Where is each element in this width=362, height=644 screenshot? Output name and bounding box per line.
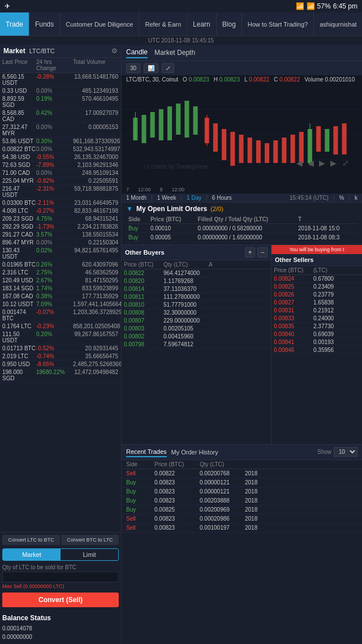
seller-row[interactable]: 0.008460.35956: [272, 346, 362, 354]
buyer-row[interactable]: 0.008030.00205105: [122, 325, 271, 333]
market-row[interactable]: 120.49 USD2.67%81.47150295: [0, 277, 121, 285]
market-row[interactable]: 0.950 USD-8.65%2,485,275.52683669: [0, 360, 121, 368]
market-row[interactable]: 0.33 USD0.00%485.12349193: [0, 87, 121, 95]
market-row[interactable]: 6,560.15 USDT-0.28%13,668.51481760: [0, 73, 121, 87]
nav-refer[interactable]: Refer & Earn: [139, 12, 187, 36]
max-sell-link[interactable]: Max Sell (0.00000000 LTC): [2, 583, 119, 589]
seller-row[interactable]: 0.008271.65838: [272, 299, 362, 307]
trades-section: Recent Trades My Order History Show 10 2…: [122, 444, 362, 644]
nav-howto[interactable]: How to Start Trading?: [242, 12, 314, 36]
seller-row[interactable]: 0.008352.37730: [272, 323, 362, 330]
signal-icon: 📶: [307, 2, 315, 10]
nav-cdd[interactable]: Customer Due Diligence: [60, 12, 139, 36]
fullscreen-btn[interactable]: ⤢: [162, 63, 174, 73]
nav-user[interactable]: ashiqurnishat: [314, 12, 362, 36]
nav-trade[interactable]: Trade: [0, 12, 29, 36]
market-row[interactable]: 0.01965 BTC0.26%620.43097096: [0, 261, 121, 269]
buyer-row[interactable]: 0.008201.11769268: [122, 277, 271, 285]
sellers-list: 0.008240.67800 0.008250.23409 0.008260.2…: [272, 275, 362, 354]
market-row[interactable]: 183.14 SGD1.74%833.59923899: [0, 285, 121, 293]
market-row[interactable]: 0.1764 LTC-0.23%858,201.02505408: [0, 323, 121, 330]
market-row[interactable]: 8,568.85 CAD0.42%17.00927079: [0, 109, 121, 123]
buyer-row[interactable]: 0.0080832.30000000: [122, 309, 271, 317]
tab-recent-trades[interactable]: Recent Trades: [126, 447, 167, 457]
market-row[interactable]: 0.00822 BTC0.00%532,943.53174997: [0, 145, 121, 153]
market-row[interactable]: 4.008 LTC-0.27%82,833.46167198: [0, 207, 121, 215]
svg-rect-6: [150, 112, 155, 138]
market-title: Market: [3, 47, 25, 55]
seller-row[interactable]: 0.008310.21912: [272, 307, 362, 315]
chart-type-btn[interactable]: 📊: [144, 63, 158, 73]
tab-market-depth[interactable]: Market Depth: [154, 48, 195, 58]
market-row[interactable]: 0.001474 BTC-0.07%1,203,306.37289296: [0, 308, 121, 323]
market-row[interactable]: 216.47 USDT-2.31%59,718.98881875: [0, 185, 121, 199]
orders-col-side: Side: [126, 215, 148, 224]
market-row[interactable]: 54.38 USD-0.55%26,135.32467000: [0, 153, 121, 161]
market-row[interactable]: 167.08 CAD0.38%177.73135929: [0, 293, 121, 300]
market-row[interactable]: 2.019 LTC-0.74%35.66656475: [0, 353, 121, 360]
market-row[interactable]: 225.04 MYR-0.82%0.22505591: [0, 177, 121, 185]
market-row[interactable]: 72.63 SGD-7.89%2,103.96291346: [0, 161, 121, 169]
limit-tab[interactable]: Limit: [61, 549, 118, 560]
seller-row[interactable]: 0.008400.69039: [272, 330, 362, 338]
tab-candle[interactable]: Candle: [126, 47, 148, 58]
market-row[interactable]: 111.50 USDT0.20%99,267.86167557: [0, 330, 121, 345]
market-row[interactable]: 27,312.47 MYR0.00%0.00005153: [0, 123, 121, 138]
show-select[interactable]: 10 25 50: [334, 447, 357, 457]
period-1week[interactable]: 1 Week: [157, 195, 176, 201]
nav-learn[interactable]: Learn: [187, 12, 217, 36]
market-row[interactable]: 2.316 LTC2.75%46.58362509: [0, 269, 121, 277]
market-row[interactable]: 71.00 CAD0.00%248.95109134: [0, 169, 121, 177]
convert-ltc-to-btc-btn[interactable]: Convert LTC to BTC: [2, 535, 60, 545]
market-row[interactable]: 10.12 USDT7.09%1,597,441.14056648: [0, 300, 121, 308]
buyer-row[interactable]: 0.0081437.11036370: [122, 285, 271, 293]
buyer-row[interactable]: 0.00807229.00000000: [122, 317, 271, 325]
btn-k[interactable]: k: [355, 195, 357, 201]
status-bar: ✈ 📶 📶 57% 6:45 pm: [0, 0, 362, 12]
buyer-row[interactable]: 0.0081051.77791000: [122, 301, 271, 309]
buyer-row[interactable]: 0.00822964.41274000: [122, 269, 271, 277]
convert-btc-to-ltc-btn[interactable]: Convert BTC to LTC: [61, 535, 119, 545]
market-row[interactable]: 198.000 SGD19680.22%12,472.09498482: [0, 368, 121, 383]
svg-rect-16: [239, 135, 243, 163]
tab-order-history[interactable]: My Order History: [171, 448, 218, 457]
market-tab[interactable]: Market: [3, 549, 61, 560]
market-row[interactable]: 291.27 CAD3.57%138.55015534: [0, 231, 121, 239]
market-row[interactable]: 53.86 USDT0.30%961,168.37330926: [0, 138, 121, 145]
market-row[interactable]: 0.03300 BTC-2.11%23,031.64649579: [0, 199, 121, 207]
market-row[interactable]: 0.01713 BTC-0.52%20.92931445: [0, 345, 121, 353]
buyer-row[interactable]: 0.00811111.27800000: [122, 293, 271, 301]
market-row[interactable]: 896.47 MYR0.00%0.22150304: [0, 239, 121, 247]
btn-percent[interactable]: %: [339, 195, 344, 201]
period-1month[interactable]: 1 Month: [126, 195, 146, 201]
svg-text:◀: ◀: [308, 158, 314, 168]
timeframe-btn[interactable]: 30: [126, 63, 140, 73]
order-row: Buy 0.00005 0.00000000 / 1.65000000 2018…: [126, 233, 357, 242]
period-6hours[interactable]: 6 Hours: [212, 195, 232, 201]
trade-row: Buy0.008230.002038882018: [122, 496, 362, 505]
seller-row[interactable]: 0.008330.24000: [272, 315, 362, 323]
convert-sell-btn[interactable]: Convert (Sell): [2, 593, 119, 607]
buyer-row[interactable]: 0.008020.00415960: [122, 333, 271, 341]
nav-funds[interactable]: Funds: [29, 12, 60, 36]
market-list[interactable]: 6,560.15 USDT-0.28%13,668.51481760 0.33 …: [0, 73, 121, 532]
buyers-add-btn[interactable]: +: [245, 247, 255, 257]
market-row[interactable]: 209.23 SGD4.75%68.94315241: [0, 215, 121, 223]
period-1day[interactable]: 1 Day: [187, 195, 201, 201]
orders-chevron[interactable]: ▼: [126, 205, 133, 213]
buyers-remove-btn[interactable]: −: [257, 247, 268, 257]
svg-rect-13: [213, 123, 218, 152]
qty-input[interactable]: [2, 572, 119, 582]
seller-row[interactable]: 0.008410.00193: [272, 338, 362, 346]
nav-blog[interactable]: Blog: [217, 12, 242, 36]
svg-rect-26: [325, 129, 329, 152]
seller-row[interactable]: 0.008240.67800: [272, 275, 362, 283]
market-row[interactable]: 292.29 SGD-1.73%2,234.21783826: [0, 223, 121, 231]
market-row[interactable]: 130.43 USDT0.02%94,821.65761495: [0, 247, 121, 261]
market-row[interactable]: 8,892.59 SGD0.19%570.46610495: [0, 95, 121, 109]
buyer-row[interactable]: 0.007987.59674812: [122, 341, 271, 349]
gear-icon[interactable]: ⚙: [111, 47, 118, 55]
seller-row[interactable]: 0.008260.23779: [272, 291, 362, 299]
seller-row[interactable]: 0.008250.23409: [272, 283, 362, 291]
svg-rect-14: [222, 129, 226, 160]
